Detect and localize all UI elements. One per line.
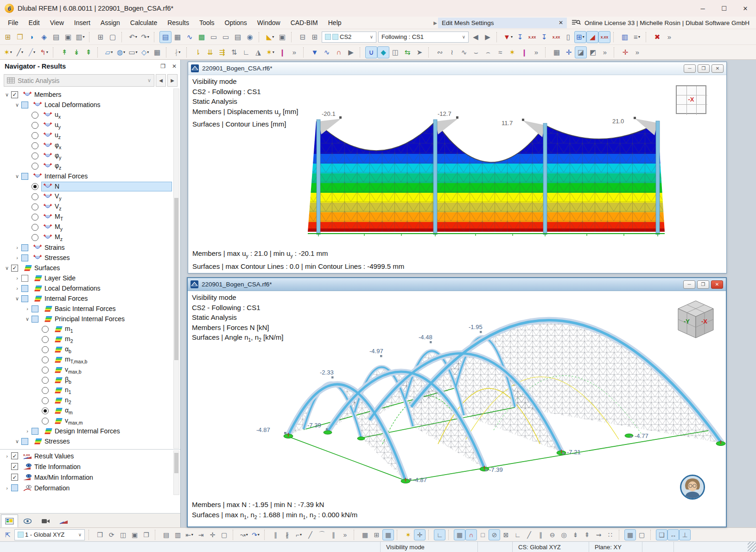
checkbox[interactable] xyxy=(21,295,28,302)
expand-arrow-icon[interactable]: ∨ xyxy=(23,316,32,322)
transparent-view-button[interactable]: ▯ xyxy=(562,31,574,43)
checkbox[interactable]: ✓ xyxy=(11,265,18,272)
undo-button[interactable]: ↶▾ xyxy=(127,31,139,43)
axes-display-button[interactable]: ✛ xyxy=(619,46,631,58)
tree-item[interactable]: vmax,m xyxy=(0,416,180,426)
close-panel-icon[interactable]: ✕ xyxy=(172,63,177,70)
toolbar-overflow-2-button[interactable]: » xyxy=(288,46,300,58)
tree-item[interactable]: φx xyxy=(0,140,180,151)
radio-button[interactable] xyxy=(32,224,38,231)
snap-extension-button[interactable]: ⇞ xyxy=(581,529,593,540)
select-window-button[interactable]: ▢ xyxy=(218,529,230,540)
radio-button[interactable] xyxy=(42,407,49,414)
support-assistant-button[interactable]: ◉ xyxy=(244,31,256,43)
tree-item[interactable]: ∨Internal Forces xyxy=(0,171,180,181)
radio-button[interactable] xyxy=(42,377,49,384)
resize-grip[interactable] xyxy=(748,542,756,552)
radio-button[interactable] xyxy=(32,132,38,139)
checkbox[interactable] xyxy=(21,254,28,261)
visibility-filter-button[interactable]: ▼ xyxy=(309,46,321,58)
tree-item[interactable]: αb xyxy=(0,344,180,355)
toolbar-overflow-3-button[interactable]: » xyxy=(530,46,542,58)
tree-item[interactable]: ›Deformation xyxy=(0,482,180,493)
member-release-1-button[interactable]: ∾ xyxy=(434,46,446,58)
menu-edit[interactable]: Edit xyxy=(24,17,45,29)
expand-arrow-icon[interactable]: › xyxy=(3,453,11,459)
rotate-button[interactable]: ⟳ xyxy=(106,529,117,540)
diagram-window-button[interactable]: ∿ xyxy=(184,31,196,43)
following-cs-combo[interactable]: Following : CS1∨ xyxy=(378,32,469,43)
generated-load-button[interactable]: ✶▾ xyxy=(264,46,276,58)
print-button[interactable]: ▥▾ xyxy=(74,31,86,43)
show-result-values-button[interactable]: x.xx xyxy=(598,31,610,43)
tree-item[interactable]: MT xyxy=(0,212,180,222)
view-axis-widget[interactable]: -X xyxy=(676,85,706,114)
child-maximize-button[interactable]: ❒ xyxy=(698,64,710,73)
checkbox[interactable] xyxy=(11,484,18,491)
tree-item[interactable]: ›✓x.xxResult Values xyxy=(0,450,180,461)
visibility-tab[interactable] xyxy=(19,514,36,527)
toolbar-overflow-5-button[interactable]: » xyxy=(631,46,643,58)
user-avatar[interactable] xyxy=(680,475,705,500)
mesh-node-snap-button[interactable]: ✛ xyxy=(563,46,575,58)
snap-cross-button[interactable]: ⊠ xyxy=(500,529,512,540)
member-release-3-button[interactable]: ∿ xyxy=(458,46,470,58)
new-member-set-button[interactable]: ↡ xyxy=(70,46,83,58)
tree-item[interactable]: Mz xyxy=(0,232,180,242)
line-tool-button[interactable]: ╱ xyxy=(305,529,316,540)
checkbox[interactable] xyxy=(32,428,38,435)
move-copy-button[interactable]: ❒ xyxy=(94,529,106,540)
tree-item[interactable]: ∨Stresses xyxy=(0,436,180,446)
new-load-combination-button[interactable]: ⇅ xyxy=(228,46,240,58)
checkbox[interactable] xyxy=(21,173,28,180)
selection-rectangle-button[interactable]: ▢ xyxy=(636,529,648,540)
toolbar-overflow-1-button[interactable]: » xyxy=(663,31,675,43)
load-pin-button[interactable]: ❙ xyxy=(276,46,288,58)
radio-button[interactable] xyxy=(32,163,38,170)
object-snap-button[interactable]: ✶ xyxy=(402,529,414,540)
magnet-snap-button[interactable]: ∩ xyxy=(465,529,477,540)
mesh-settings-hint[interactable]: Edit Mesh Settings ✕ xyxy=(438,18,567,28)
radio-button[interactable] xyxy=(42,387,49,394)
checkbox[interactable] xyxy=(32,316,38,323)
tree-item[interactable]: Vz xyxy=(0,202,180,212)
snap-parallel-button[interactable]: ∥ xyxy=(535,529,546,540)
new-guideline-button[interactable]: ∤▾ xyxy=(172,46,184,58)
model-window-bottom[interactable]: 220901_Bogen_CSA.rf6* ─ ❒ ✕ Visibility m… xyxy=(187,277,727,527)
tree-item[interactable]: Vy xyxy=(0,191,180,202)
tree-item[interactable]: ✓Max/Min Information xyxy=(0,472,180,482)
checkbox[interactable] xyxy=(21,438,28,445)
toolbar-overflow-4-button[interactable]: » xyxy=(599,46,611,58)
edit-parameters-button[interactable]: ▣ xyxy=(276,31,288,43)
edit-layers-button[interactable]: ▤ xyxy=(160,529,172,540)
expand-arrow-icon[interactable]: ∨ xyxy=(13,102,21,108)
special-selection-button[interactable]: ◣▾ xyxy=(264,31,276,43)
radio-button[interactable] xyxy=(32,142,38,149)
menu-insert[interactable]: Insert xyxy=(69,17,95,29)
tree-item[interactable]: βb xyxy=(0,375,180,385)
new-line-button[interactable]: ╱▾ xyxy=(14,46,26,58)
new-mesh-refinement-button[interactable]: ▦ xyxy=(151,46,163,58)
webservice-model-button[interactable]: ◈ xyxy=(38,31,50,43)
snap-off-button[interactable]: ⊘ xyxy=(489,529,500,540)
tree-item[interactable]: ›Local Deformations xyxy=(0,283,180,293)
member-release-2-button[interactable]: ≀ xyxy=(446,46,458,58)
radio-button[interactable] xyxy=(32,152,38,159)
analysis-type-combo[interactable]: Static Analysis ∨ xyxy=(4,74,154,87)
new-opening-button[interactable]: ▭▾ xyxy=(127,46,139,58)
expand-arrow-icon[interactable]: ∨ xyxy=(13,296,21,302)
new-polyline-button[interactable]: ↰▾ xyxy=(38,46,50,58)
dimension-x-button[interactable]: ⇤▾ xyxy=(184,529,195,540)
tree-item[interactable]: mT,max,b xyxy=(0,355,180,365)
radio-button[interactable] xyxy=(32,234,38,241)
result-tables-button[interactable]: ▦ xyxy=(172,31,184,43)
project-organizer-button[interactable]: ▤ xyxy=(50,31,62,43)
background-grid-button[interactable]: ▦ xyxy=(624,529,636,540)
arc-tool-button[interactable]: ⌒ xyxy=(316,529,328,540)
viewport-displacements[interactable]: Visibility modeCS2 - Following : CS1Stat… xyxy=(188,75,726,273)
data-panel-button[interactable]: ▤ xyxy=(159,31,172,43)
sound-analysis-button[interactable]: ◫ xyxy=(389,46,401,58)
float-panel-icon[interactable]: ❐ xyxy=(160,63,165,70)
expand-arrow-icon[interactable]: ∨ xyxy=(3,92,11,98)
previous-analysis-button[interactable]: ◀ xyxy=(156,74,166,87)
